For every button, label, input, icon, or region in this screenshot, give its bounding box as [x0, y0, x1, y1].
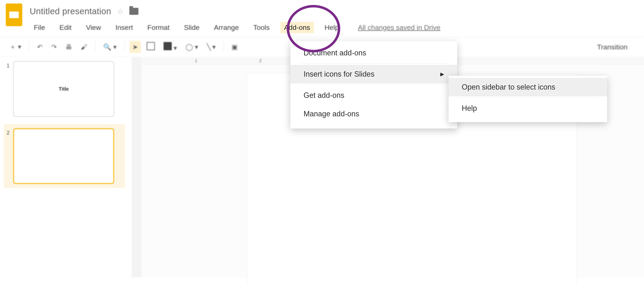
- menu-item-manage-addons[interactable]: Manage add-ons: [290, 104, 457, 123]
- toolbar-separator: [224, 42, 224, 52]
- slide-number: 2: [6, 128, 10, 136]
- menu-item-label: Get add-ons: [304, 91, 344, 100]
- menu-file[interactable]: File: [30, 22, 49, 33]
- menu-edit[interactable]: Edit: [56, 22, 76, 33]
- menu-item-label: Manage add-ons: [304, 110, 359, 118]
- comment-button[interactable]: ▣: [228, 41, 240, 53]
- menu-item-get-addons[interactable]: Get add-ons: [290, 86, 457, 104]
- toolbar-separator: [29, 42, 29, 52]
- slides-app-icon: [6, 4, 22, 26]
- move-folder-icon[interactable]: [129, 8, 138, 15]
- vertical-ruler: [132, 57, 141, 277]
- menu-item-label: Document add-ons: [304, 48, 366, 57]
- menu-item-insert-icons[interactable]: Insert icons for Slides ▶: [290, 65, 457, 84]
- document-title[interactable]: Untitled presentation: [30, 6, 111, 16]
- slide-thumbnail-2[interactable]: [13, 128, 114, 184]
- textbox-tool[interactable]: [144, 40, 158, 54]
- menu-insert[interactable]: Insert: [112, 22, 136, 33]
- menu-bar: File Edit View Insert Format Slide Arran…: [0, 20, 644, 37]
- menu-slide[interactable]: Slide: [180, 22, 203, 33]
- slide-thumb-row-1[interactable]: 1 Title: [6, 61, 125, 117]
- ruler-tick: 2: [259, 58, 262, 64]
- ruler-tick: 1: [195, 58, 197, 64]
- slide-number: 1: [6, 61, 10, 69]
- star-icon[interactable]: ☆: [117, 7, 124, 16]
- menu-item-label: Help: [462, 104, 477, 113]
- slides-app-icon-inner: [9, 12, 19, 18]
- new-slide-button[interactable]: ＋ ▾: [6, 40, 24, 54]
- shape-tool[interactable]: ◯ ▾: [183, 41, 201, 53]
- menu-addons[interactable]: Add-ons: [280, 22, 314, 33]
- menu-divider: [300, 64, 447, 64]
- menu-tools[interactable]: Tools: [250, 22, 273, 33]
- zoom-button[interactable]: 🔍 ▾: [100, 41, 120, 53]
- submenu-item-help[interactable]: Help: [448, 99, 607, 118]
- menu-arrange[interactable]: Arrange: [210, 22, 242, 33]
- print-button[interactable]: 🖶: [62, 41, 75, 53]
- transition-button[interactable]: Transition: [597, 43, 628, 51]
- menu-format[interactable]: Format: [144, 22, 174, 33]
- submenu-arrow-icon: ▶: [440, 71, 444, 77]
- menu-item-label: Insert icons for Slides: [304, 70, 374, 78]
- slide-thumb-row-2[interactable]: 2: [4, 124, 125, 188]
- menu-divider: [458, 98, 597, 98]
- menu-item-document-addons[interactable]: Document add-ons: [290, 44, 457, 62]
- slide-1-title-text: Title: [59, 86, 69, 92]
- undo-button[interactable]: ↶: [34, 41, 46, 53]
- insert-icons-submenu: Open sidebar to select icons Help: [448, 76, 607, 122]
- submenu-item-open-sidebar[interactable]: Open sidebar to select icons: [448, 78, 607, 96]
- addons-dropdown: Document add-ons Insert icons for Slides…: [290, 41, 457, 128]
- line-tool[interactable]: ╲ ▾: [204, 41, 219, 53]
- select-tool[interactable]: ➤: [130, 41, 141, 53]
- slide-thumbnail-1[interactable]: Title: [13, 61, 114, 117]
- redo-button[interactable]: ↷: [48, 41, 60, 53]
- menu-help[interactable]: Help: [321, 22, 343, 33]
- image-tool[interactable]: ▾: [161, 40, 180, 54]
- drive-save-status[interactable]: All changes saved in Drive: [358, 24, 440, 32]
- menu-view[interactable]: View: [82, 22, 104, 33]
- menu-item-label: Open sidebar to select icons: [462, 83, 555, 92]
- slide-thumbnail-panel: 1 Title 2: [0, 57, 132, 277]
- title-bar: Untitled presentation ☆: [0, 0, 644, 20]
- paint-format-button[interactable]: 🖌: [78, 41, 90, 53]
